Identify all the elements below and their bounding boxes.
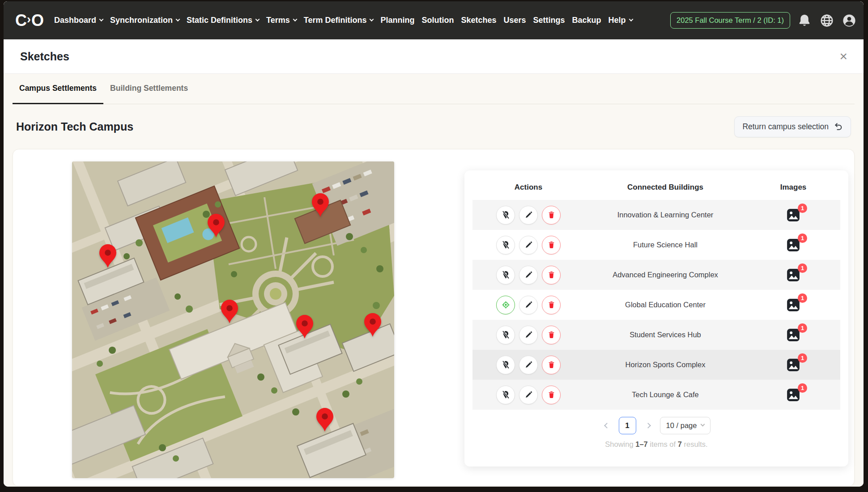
nav-item-users[interactable]: Users [504, 16, 526, 25]
close-icon[interactable]: × [839, 50, 847, 63]
row-actions [472, 386, 584, 404]
map-pins-layer [72, 161, 394, 478]
logo-chevron-icon: › [27, 13, 31, 26]
row-images: 1 [746, 267, 840, 283]
edit-building-button[interactable] [519, 206, 538, 225]
edit-building-button[interactable] [519, 326, 538, 344]
nav-item-synchronization[interactable]: Synchronization [110, 16, 179, 25]
delete-building-button[interactable] [542, 326, 561, 344]
trash-icon [547, 390, 556, 399]
nav-item-label: Static Definitions [187, 16, 252, 25]
delete-building-button[interactable] [542, 206, 561, 225]
row-actions [472, 236, 584, 254]
image-count-badge: 1 [798, 293, 807, 303]
pagination-prev-button[interactable] [602, 421, 612, 430]
building-name: Student Services Hub [584, 331, 746, 339]
nav-item-planning[interactable]: Planning [380, 16, 414, 25]
images-button[interactable]: 1 [786, 267, 801, 283]
map-pin[interactable] [221, 300, 238, 324]
map-pin-icon [316, 408, 333, 432]
row-actions [472, 206, 584, 225]
images-button[interactable]: 1 [786, 357, 801, 373]
summary-prefix: Showing [605, 440, 633, 448]
location-off-icon [501, 390, 511, 399]
user-icon[interactable] [841, 12, 857, 29]
locate-building-button[interactable] [496, 206, 515, 225]
nav-item-dashboard[interactable]: Dashboard [54, 16, 103, 25]
locate-building-button[interactable] [496, 326, 515, 344]
app-logo[interactable]: C › O [15, 11, 43, 30]
nav-item-settings[interactable]: Settings [533, 16, 565, 25]
row-images: 1 [746, 327, 840, 343]
delete-building-button[interactable] [542, 386, 561, 404]
term-badge[interactable]: 2025 Fall Course Term / 2 (ID: 1) [670, 12, 790, 29]
pagination-page-1[interactable]: 1 [619, 417, 636, 434]
locate-building-button[interactable] [496, 236, 515, 254]
column-header-buildings: Connected Buildings [584, 183, 746, 192]
edit-building-button[interactable] [519, 236, 538, 254]
map-pin-icon [221, 300, 238, 324]
logo-letter-c: C [15, 11, 26, 30]
building-name: Innovation & Learning Center [584, 211, 746, 219]
nav-item-backup[interactable]: Backup [572, 16, 601, 25]
row-actions [472, 266, 584, 284]
pagination-next-button[interactable] [643, 421, 653, 430]
campus-map-image[interactable] [72, 161, 394, 478]
tab-campus-settlements[interactable]: Campus Settlements [13, 74, 103, 104]
locate-building-button[interactable] [496, 386, 515, 404]
locate-target-icon [501, 300, 511, 310]
nav-item-solution[interactable]: Solution [421, 16, 454, 25]
edit-building-button[interactable] [519, 266, 538, 284]
nav-item-label: Settings [533, 16, 565, 25]
pencil-icon [524, 390, 533, 399]
map-pin[interactable] [316, 408, 333, 432]
pencil-icon [524, 330, 533, 339]
image-count-badge: 1 [798, 263, 807, 273]
table-row: Tech Lounge & Cafe1 [472, 380, 840, 410]
images-button[interactable]: 1 [786, 297, 801, 313]
locate-building-button[interactable] [496, 356, 515, 374]
map-pin[interactable] [296, 315, 313, 339]
map-pin[interactable] [312, 193, 329, 217]
app-window: C › O DashboardSynchronizationStatic Def… [4, 1, 864, 487]
page-size-select[interactable]: 10 / page [660, 417, 711, 434]
nav-item-terms[interactable]: Terms [266, 16, 297, 25]
nav-item-term-definitions[interactable]: Term Definitions [304, 16, 374, 25]
globe-icon[interactable] [818, 12, 835, 29]
map-pin[interactable] [364, 313, 381, 337]
edit-building-button[interactable] [519, 356, 538, 374]
return-button-label: Return campus selection [742, 122, 829, 131]
tabs-bar: Campus SettlementsBuilding Settlements [13, 74, 855, 104]
table-body: Innovation & Learning Center1Future Scie… [472, 200, 840, 410]
page-size-value: 10 / page [666, 421, 697, 430]
return-campus-selection-button[interactable]: Return campus selection [734, 116, 851, 137]
row-actions [472, 356, 584, 374]
nav-item-sketches[interactable]: Sketches [461, 16, 496, 25]
nav-item-static-definitions[interactable]: Static Definitions [187, 16, 259, 25]
nav-item-help[interactable]: Help [608, 16, 633, 25]
locate-building-button-active[interactable] [496, 296, 515, 314]
images-button[interactable]: 1 [786, 387, 801, 403]
delete-building-button[interactable] [542, 236, 561, 254]
location-off-icon [501, 210, 511, 220]
location-off-icon [501, 240, 511, 250]
delete-building-button[interactable] [542, 296, 561, 314]
trash-icon [547, 330, 556, 339]
building-name: Advanced Engineering Complex [584, 271, 746, 279]
chevron-down-icon [701, 422, 705, 427]
images-button[interactable]: 1 [786, 327, 801, 343]
map-pin[interactable] [208, 214, 225, 238]
edit-building-button[interactable] [519, 386, 538, 404]
images-button[interactable]: 1 [786, 208, 801, 223]
campus-title: Horizon Tech Campus [16, 120, 133, 133]
edit-building-button[interactable] [519, 296, 538, 314]
locate-building-button[interactable] [496, 266, 515, 284]
images-button[interactable]: 1 [786, 238, 801, 253]
tab-building-settlements[interactable]: Building Settlements [103, 74, 195, 104]
delete-building-button[interactable] [542, 356, 561, 374]
map-pin-icon [364, 313, 381, 337]
chevron-down-icon [99, 17, 104, 21]
map-pin[interactable] [99, 244, 116, 268]
delete-building-button[interactable] [542, 266, 561, 284]
bell-icon[interactable] [796, 12, 813, 29]
